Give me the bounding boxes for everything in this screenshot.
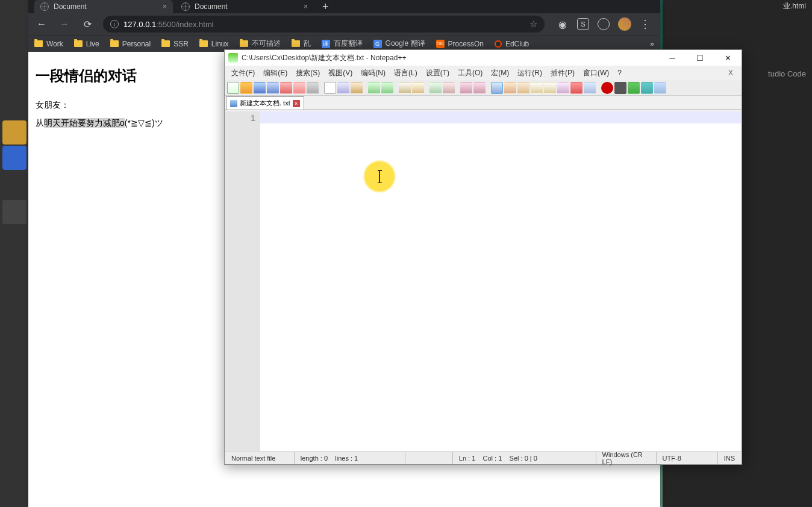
- editor-body[interactable]: [260, 111, 741, 451]
- bookmark-item[interactable]: EdClub: [495, 40, 529, 48]
- close-all-icon[interactable]: [293, 82, 305, 94]
- site-icon: G: [373, 40, 382, 48]
- new-tab-button[interactable]: +: [316, 1, 335, 13]
- bookmark-item[interactable]: 乱: [292, 39, 311, 49]
- menu-language[interactable]: 语言(L): [390, 66, 422, 80]
- camera-icon[interactable]: ◉: [557, 18, 569, 30]
- bookmark-item[interactable]: Work: [34, 40, 63, 48]
- forward-button[interactable]: →: [57, 19, 72, 30]
- menu-plugins[interactable]: 插件(P): [546, 66, 579, 80]
- sync-scroll-icon[interactable]: [460, 82, 472, 94]
- open-file-icon[interactable]: [240, 82, 252, 94]
- vscode-title: tudio Code: [768, 69, 806, 78]
- text-cursor-icon: [379, 170, 380, 183]
- show-all-chars-icon[interactable]: [504, 82, 516, 94]
- print-icon[interactable]: [307, 82, 319, 94]
- tab-close-x[interactable]: X: [722, 69, 739, 77]
- sync-scroll-icon[interactable]: [473, 82, 486, 94]
- site-info-icon[interactable]: i: [110, 20, 119, 28]
- monitor-icon[interactable]: [584, 82, 596, 94]
- maximize-button[interactable]: ☐: [686, 50, 714, 66]
- taskbar-item[interactable]: [2, 146, 27, 170]
- save-all-icon[interactable]: [267, 82, 279, 94]
- bookmark-item[interactable]: Live: [74, 40, 99, 48]
- close-button[interactable]: ✕: [714, 50, 742, 66]
- new-file-icon[interactable]: [227, 82, 239, 94]
- back-button[interactable]: ←: [34, 19, 49, 30]
- taskbar-item[interactable]: [2, 200, 27, 224]
- window-title: C:\Users\Cx\Desktop\新建文本文档.txt - Notepad…: [242, 53, 406, 63]
- bookmark-item[interactable]: 译百度翻译: [322, 39, 363, 49]
- zoom-out-icon[interactable]: [443, 82, 455, 94]
- app-icon: [228, 53, 238, 63]
- bookmark-item[interactable]: GGoogle 翻译: [373, 39, 425, 49]
- tab-title: Document: [54, 2, 87, 11]
- replace-icon[interactable]: [412, 82, 424, 94]
- bookmark-star-icon[interactable]: ☆: [529, 19, 537, 30]
- bookmark-item[interactable]: 不可描述: [240, 39, 281, 49]
- menu-help[interactable]: ?: [613, 67, 626, 79]
- url-bar[interactable]: i 127.0.0.1 :5500/index.html ☆: [103, 16, 545, 33]
- tab-title: Document: [195, 2, 228, 11]
- profile-avatar[interactable]: [618, 17, 631, 31]
- extension-icon[interactable]: [598, 18, 610, 30]
- menu-run[interactable]: 运行(R): [513, 66, 546, 80]
- close-file-icon[interactable]: [280, 82, 292, 94]
- menu-macro[interactable]: 宏(M): [487, 66, 513, 80]
- indent-guide-icon[interactable]: [517, 82, 529, 94]
- menu-icon[interactable]: ⋮: [640, 17, 651, 31]
- status-eol: Windows (CR LF): [596, 452, 657, 464]
- bookmark-item[interactable]: SSR: [161, 40, 189, 48]
- current-line-highlight: [260, 111, 741, 123]
- document-tab[interactable]: 新建文本文档. txt ×: [226, 96, 304, 110]
- record-macro-icon[interactable]: [601, 82, 613, 94]
- udl-icon[interactable]: [531, 82, 543, 94]
- menu-view[interactable]: 视图(V): [324, 66, 357, 80]
- bookmark-item[interactable]: ONProcessOn: [436, 40, 484, 48]
- play-multi-macro-icon[interactable]: [641, 82, 653, 94]
- bookmarks-overflow-icon[interactable]: »: [650, 40, 654, 48]
- find-icon[interactable]: [399, 82, 411, 94]
- menu-settings[interactable]: 设置(T): [422, 66, 454, 80]
- selected-text: 明天开始要努力减肥o: [44, 118, 125, 128]
- extension-icon[interactable]: S: [577, 18, 589, 30]
- browser-tab[interactable]: Document ×: [175, 0, 314, 13]
- close-icon[interactable]: ×: [304, 2, 308, 11]
- menu-window[interactable]: 窗口(W): [579, 66, 613, 80]
- cut-icon[interactable]: [324, 82, 336, 94]
- folder-as-workspace-icon[interactable]: [570, 82, 582, 94]
- menu-edit[interactable]: 编辑(E): [259, 66, 292, 80]
- menu-search[interactable]: 搜索(S): [292, 66, 324, 80]
- reload-button[interactable]: ⟳: [80, 19, 95, 30]
- zoom-in-icon[interactable]: [429, 82, 442, 94]
- status-bar: Normal text file length : 0 lines : 1 Ln…: [225, 452, 741, 464]
- browser-tab[interactable]: Document ×: [34, 0, 173, 13]
- word-wrap-icon[interactable]: [491, 82, 503, 94]
- close-icon[interactable]: ×: [163, 2, 167, 11]
- bookmark-item[interactable]: Linux: [199, 40, 229, 48]
- undo-icon[interactable]: [368, 82, 380, 94]
- cursor-highlight: [363, 160, 396, 193]
- menu-bar: 文件(F) 编辑(E) 搜索(S) 视图(V) 编码(N) 语言(L) 设置(T…: [225, 66, 742, 80]
- redo-icon[interactable]: [381, 82, 393, 94]
- globe-icon: [181, 2, 190, 11]
- menu-file[interactable]: 文件(F): [227, 66, 259, 80]
- close-icon[interactable]: ×: [293, 100, 300, 107]
- play-macro-icon[interactable]: [628, 82, 640, 94]
- bookmark-item[interactable]: Personal: [110, 40, 151, 48]
- separator: [364, 82, 367, 94]
- save-icon[interactable]: [254, 82, 266, 94]
- menu-encoding[interactable]: 编码(N): [357, 66, 390, 80]
- editor-area[interactable]: 1: [225, 111, 741, 451]
- minimize-button[interactable]: ─: [658, 50, 686, 66]
- stop-macro-icon[interactable]: [614, 82, 626, 94]
- func-list-icon[interactable]: [557, 82, 569, 94]
- globe-icon: [40, 2, 49, 11]
- doc-map-icon[interactable]: [544, 82, 556, 94]
- copy-icon[interactable]: [337, 82, 349, 94]
- taskbar-item[interactable]: [2, 120, 27, 145]
- menu-tools[interactable]: 工具(O): [454, 66, 487, 80]
- titlebar[interactable]: C:\Users\Cx\Desktop\新建文本文档.txt - Notepad…: [225, 50, 742, 66]
- save-macro-icon[interactable]: [654, 82, 666, 94]
- paste-icon[interactable]: [351, 82, 363, 94]
